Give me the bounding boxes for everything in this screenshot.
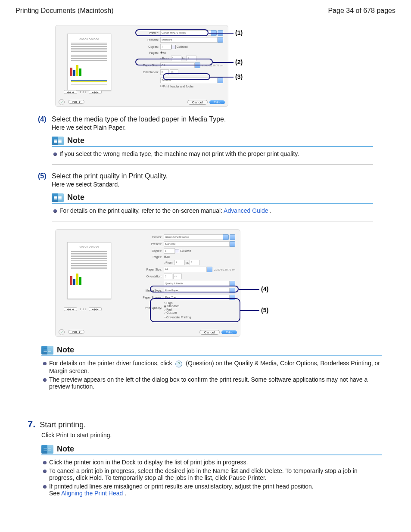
pager: ◀◀ ◀ 1 of 1 ▶ ▶▶ — [64, 90, 102, 94]
note-item: If you select the wrong media type, the … — [53, 150, 371, 157]
note-icon: ≣≣ — [52, 137, 64, 145]
callout-1: (1) — [235, 29, 243, 36]
callout-2: (2) — [235, 59, 243, 65]
page-number: Page 34 of 678 pages — [328, 7, 395, 15]
cancel-button[interactable]: Cancel — [199, 330, 220, 335]
note-icon: ≣≣ — [41, 346, 53, 355]
step-5-id: (5) — [38, 172, 52, 180]
preview-pane: XXXXX XXXXXX — [67, 242, 111, 299]
note-item: To cancel a print job in progress, selec… — [43, 467, 380, 481]
note-item: For details on the printer driver functi… — [43, 360, 380, 374]
pdf-button[interactable]: PDF ▾ — [68, 100, 84, 104]
help-button[interactable]: ? — [59, 329, 65, 335]
note-title: Note — [67, 193, 84, 202]
step-5-text: Select the print quality in Print Qualit… — [52, 172, 168, 180]
cancel-button[interactable]: Cancel — [187, 100, 208, 105]
step-4-id: (4) — [38, 115, 52, 123]
note-title: Note — [67, 136, 84, 145]
note-item: Click the printer icon in the Dock to di… — [43, 459, 380, 466]
step-7-num: 7. — [28, 419, 35, 430]
note-title: Note — [57, 445, 74, 454]
step-4-text: Select the media type of the loaded pape… — [52, 115, 226, 123]
note-item: If printed ruled lines are misaligned or… — [43, 483, 380, 497]
note-icon: ≣≣ — [41, 445, 53, 454]
step-5-sub: Here we select Standard. — [52, 181, 399, 188]
step-7-title: Start printing. — [40, 420, 86, 429]
advanced-guide-link[interactable]: Advanced Guide — [224, 207, 268, 214]
print-button[interactable]: Print — [209, 100, 225, 104]
note-title: Note — [57, 345, 74, 355]
collated-checkbox[interactable] — [171, 45, 176, 49]
aligning-print-head-link[interactable]: Aligning the Print Head — [61, 490, 123, 497]
callout-3: (3) — [235, 73, 243, 80]
step-7-sub: Click Print to start printing. — [41, 432, 399, 439]
step-4-sub: Here we select Plain Paper. — [52, 124, 399, 131]
note-icon: ≣≣ — [52, 193, 64, 202]
note-item: For details on the print quality, refer … — [53, 207, 371, 214]
print-dialog-screenshot-2: XXXXX XXXXXX ◀◀ ◀1 of 1▶ ▶▶ Printer: Can… — [55, 229, 240, 337]
print-dialog-screenshot-1: XXXXX XXXXXX ◀◀ ◀ — [55, 25, 228, 107]
preview-pane: XXXXX XXXXXX — [67, 34, 111, 90]
print-button[interactable]: Print — [221, 330, 237, 334]
question-icon: ? — [175, 361, 182, 367]
page-title: Printing Documents (Macintosh) — [16, 7, 114, 15]
help-button[interactable]: ? — [59, 99, 65, 105]
copies-input[interactable]: 1 — [160, 44, 171, 50]
pdf-button[interactable]: PDF ▾ — [68, 330, 84, 334]
callout-5: (5) — [261, 307, 268, 314]
callout-4: (4) — [261, 286, 268, 292]
presets-select[interactable]: Standard — [160, 37, 218, 43]
preview-title: XXXXX XXXXXX — [68, 37, 111, 40]
note-item: The preview appears on the left of the d… — [43, 376, 380, 390]
